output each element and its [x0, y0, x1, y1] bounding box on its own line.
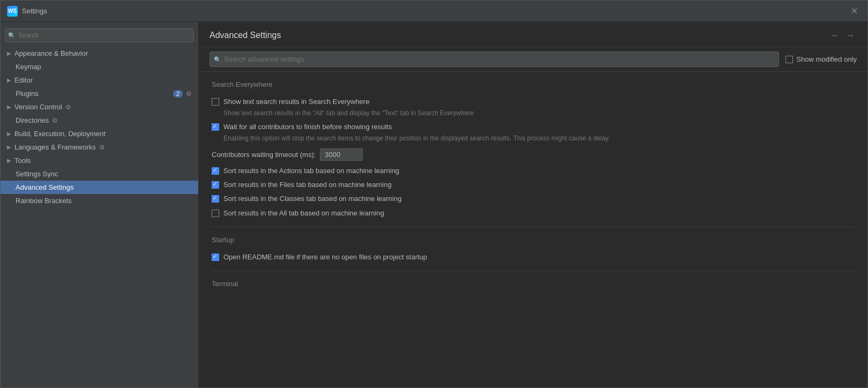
- sidebar-search-input[interactable]: [5, 28, 194, 42]
- setting-description: Show text search results in the "All" ta…: [212, 109, 855, 118]
- sidebar-item-label: Plugins: [16, 89, 39, 98]
- setting-label: Show text search results in Search Every…: [223, 97, 369, 107]
- sidebar-search-wrapper: 🔍: [5, 28, 194, 42]
- sidebar-item-label: Editor: [14, 76, 33, 84]
- show-modified-checkbox[interactable]: [785, 56, 793, 63]
- sidebar-item-label: Languages & Frameworks: [14, 143, 96, 151]
- setting-label: Wait for all contributors to finish befo…: [223, 122, 392, 132]
- chevron-right-icon: ▶: [7, 50, 11, 56]
- setting-row: Sort results in the All tab based on mac…: [212, 208, 855, 218]
- page-title: Advanced Settings: [209, 31, 281, 40]
- setting-row: Sort results in the Files tab based on m…: [212, 180, 855, 190]
- settings-action-icon: ⚙: [186, 90, 192, 98]
- sort-classes-checkbox[interactable]: [212, 195, 219, 203]
- back-button[interactable]: ←: [829, 29, 842, 41]
- forward-button[interactable]: →: [844, 29, 857, 41]
- right-toolbar: 🔍 Show modified only: [199, 47, 867, 72]
- setting-label: Sort results in the All tab based on mac…: [223, 208, 384, 218]
- close-button[interactable]: ✕: [848, 5, 861, 17]
- sidebar: 🔍 ▶ Appearance & Behavior Keymap ▶ Edito…: [1, 22, 199, 387]
- nav-arrows: ← →: [829, 29, 857, 41]
- terminal-section-title: Terminal: [212, 280, 855, 290]
- setting-row: Open README.md file if there are no open…: [212, 252, 855, 262]
- settings-window: WS Settings ✕ 🔍 ▶ Appearance & Behavior …: [0, 0, 868, 388]
- sidebar-item-label: Settings Sync: [16, 170, 58, 178]
- settings-search-input[interactable]: [209, 51, 779, 67]
- chevron-right-icon: ▶: [7, 77, 11, 83]
- plugins-badge: 2: [173, 90, 183, 98]
- search-icon: 🔍: [214, 56, 221, 63]
- sidebar-item-keymap[interactable]: Keymap: [1, 60, 198, 73]
- sort-all-checkbox[interactable]: [212, 210, 219, 217]
- sidebar-item-tools[interactable]: ▶ Tools: [1, 154, 198, 167]
- sort-actions-checkbox[interactable]: [212, 167, 219, 175]
- sidebar-item-version-control[interactable]: ▶ Version Control ⚙: [1, 100, 198, 114]
- sidebar-item-languages[interactable]: ▶ Languages & Frameworks ⚙: [1, 140, 198, 154]
- right-panel: Advanced Settings ← → 🔍 Show modified on…: [199, 22, 867, 387]
- setting-item-wait-contributors: Wait for all contributors to finish befo…: [212, 122, 855, 143]
- chevron-right-icon: ▶: [7, 158, 11, 163]
- sidebar-item-label: Appearance & Behavior: [14, 49, 88, 57]
- setting-row: Sort results in the Actions tab based on…: [212, 166, 855, 176]
- setting-label: Sort results in the Classes tab based on…: [223, 194, 401, 204]
- show-text-search-checkbox[interactable]: [212, 98, 219, 106]
- setting-item-sort-classes: Sort results in the Classes tab based on…: [212, 194, 855, 204]
- section-divider: [212, 227, 855, 227]
- app-icon: WS: [7, 6, 18, 17]
- sidebar-item-label: Build, Execution, Deployment: [14, 130, 106, 138]
- setting-row: Wait for all contributors to finish befo…: [212, 122, 855, 132]
- titlebar: WS Settings ✕: [1, 1, 867, 22]
- titlebar-left: WS Settings: [7, 6, 47, 17]
- setting-label: Sort results in the Files tab based on m…: [223, 180, 392, 190]
- setting-item-open-readme: Open README.md file if there are no open…: [212, 252, 855, 262]
- sidebar-item-label: Rainbow Brackets: [16, 197, 72, 205]
- show-modified-text: Show modified only: [796, 55, 857, 63]
- sidebar-item-label: Version Control: [14, 103, 62, 111]
- sidebar-item-advanced-settings[interactable]: Advanced Settings: [1, 181, 198, 194]
- sidebar-item-plugins[interactable]: Plugins 2 ⚙: [1, 87, 198, 100]
- settings-action-icon: ⚙: [99, 144, 105, 151]
- content-area: Search Everywhere Show text search resul…: [199, 72, 867, 387]
- startup-section-title: Startup: [212, 236, 855, 246]
- setting-description: Enabling this option will stop the searc…: [212, 134, 855, 143]
- settings-search-wrapper: 🔍: [209, 51, 779, 67]
- sort-files-checkbox[interactable]: [212, 181, 219, 189]
- settings-action-icon: ⚙: [65, 103, 71, 111]
- chevron-right-icon: ▶: [7, 144, 11, 150]
- sidebar-item-settings-sync[interactable]: Settings Sync: [1, 167, 198, 181]
- sidebar-item-label: Directories: [16, 116, 49, 124]
- settings-action-icon: ⚙: [52, 117, 58, 124]
- section-divider-terminal: [212, 271, 855, 271]
- sidebar-search-icon: 🔍: [8, 32, 16, 39]
- chevron-right-icon: ▶: [7, 104, 11, 110]
- search-everywhere-section-title: Search Everywhere: [212, 80, 855, 91]
- chevron-right-icon: ▶: [7, 131, 11, 137]
- sidebar-item-label: Tools: [14, 156, 31, 165]
- sidebar-search-box: 🔍: [5, 28, 194, 42]
- setting-item-show-text-search: Show text search results in Search Every…: [212, 97, 855, 118]
- setting-row: Show text search results in Search Every…: [212, 97, 855, 107]
- setting-item-sort-all: Sort results in the All tab based on mac…: [212, 208, 855, 218]
- setting-row: Sort results in the Classes tab based on…: [212, 194, 855, 204]
- show-modified-label[interactable]: Show modified only: [785, 55, 857, 63]
- setting-label: Open README.md file if there are no open…: [223, 252, 427, 262]
- sidebar-item-label: Keymap: [16, 63, 41, 71]
- setting-item-sort-actions: Sort results in the Actions tab based on…: [212, 166, 855, 176]
- sidebar-item-directories[interactable]: Directories ⚙: [1, 114, 198, 127]
- setting-label: Sort results in the Actions tab based on…: [223, 166, 399, 176]
- wait-contributors-checkbox[interactable]: [212, 123, 219, 131]
- sidebar-item-appearance[interactable]: ▶ Appearance & Behavior: [1, 47, 198, 60]
- setting-item-sort-files: Sort results in the Files tab based on m…: [212, 180, 855, 190]
- sidebar-item-label: Advanced Settings: [16, 183, 73, 191]
- right-header: Advanced Settings ← →: [199, 22, 867, 47]
- timeout-row: Contributors waiting timeout (ms):: [212, 148, 855, 161]
- main-content: 🔍 ▶ Appearance & Behavior Keymap ▶ Edito…: [1, 22, 867, 387]
- sidebar-item-build[interactable]: ▶ Build, Execution, Deployment: [1, 127, 198, 140]
- open-readme-checkbox[interactable]: [212, 253, 219, 261]
- titlebar-title: Settings: [22, 7, 47, 15]
- sidebar-item-editor[interactable]: ▶ Editor: [1, 73, 198, 87]
- timeout-label: Contributors waiting timeout (ms):: [212, 151, 316, 159]
- sidebar-item-rainbow-brackets[interactable]: Rainbow Brackets: [1, 194, 198, 207]
- timeout-input[interactable]: [320, 148, 363, 161]
